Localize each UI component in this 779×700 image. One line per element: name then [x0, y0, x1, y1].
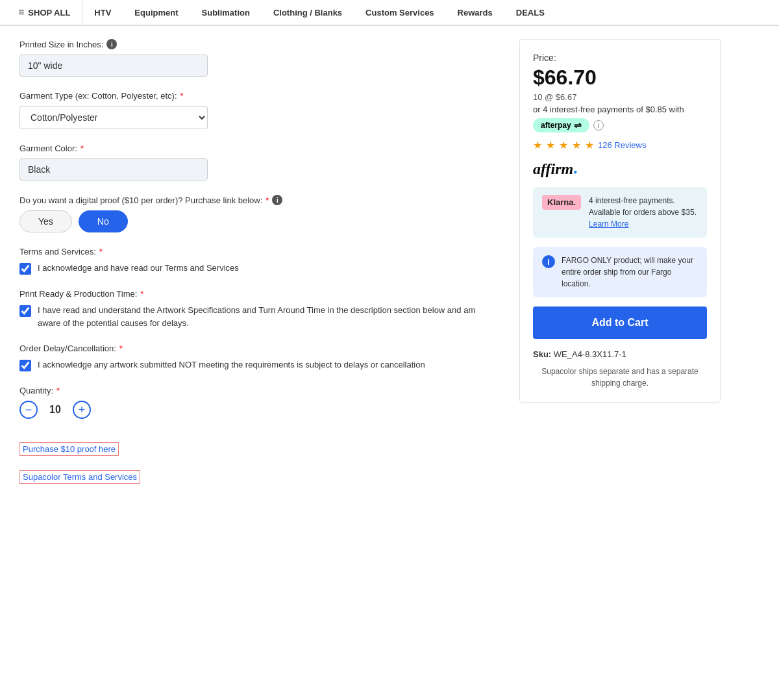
- nav-label-deals: DEALS: [516, 8, 545, 18]
- form-section: Printed Size in Inches: i Garment Type (…: [19, 39, 500, 484]
- garment-type-select[interactable]: Cotton/Polyester Cotton Polyester Tri-Bl…: [19, 106, 208, 129]
- proof-link-container: Purchase $10 proof here: [19, 433, 500, 456]
- terms-link-container: Supacolor Terms and Services: [19, 461, 500, 484]
- terms-field: Terms and Services: * I acknowledge and …: [19, 247, 500, 275]
- printed-size-input[interactable]: [19, 55, 208, 77]
- terms-checkbox-text: I acknowledge and have read our Terms an…: [38, 262, 239, 275]
- stars-row: ★ ★ ★ ★ ★ 126 Reviews: [533, 139, 707, 151]
- add-to-cart-button[interactable]: Add to Cart: [533, 306, 707, 339]
- yes-no-toggle: Yes No: [19, 210, 500, 232]
- nav-item-equipment[interactable]: Equipment: [123, 0, 190, 25]
- nav-label-htv: HTV: [94, 8, 111, 18]
- afterpay-label: afterpay: [541, 121, 571, 130]
- afterpay-arrows-icon: ⇌: [574, 120, 582, 131]
- terms-checkbox[interactable]: [19, 263, 31, 275]
- afterpay-row: or 4 interest-free payments of $0.85 wit…: [533, 105, 707, 132]
- nav-item-clothing-blanks[interactable]: Clothing / Blanks: [262, 0, 354, 25]
- klarna-box: Klarna. 4 interest-free payments. Availa…: [533, 187, 707, 238]
- printed-size-info-icon[interactable]: i: [106, 39, 117, 49]
- nav-label-equipment: Equipment: [134, 8, 178, 18]
- garment-color-label: Garment Color: *: [19, 144, 500, 153]
- nav-item-rewards[interactable]: Rewards: [446, 0, 504, 25]
- quantity-control: − 10 +: [19, 401, 500, 419]
- star-3: ★: [559, 139, 568, 151]
- production-checkbox-row: I have read and understand the Artwork S…: [19, 304, 500, 329]
- delay-checkbox[interactable]: [19, 360, 31, 371]
- garment-type-field: Garment Type (ex: Cotton, Polyester, etc…: [19, 91, 500, 129]
- garment-type-label: Garment Type (ex: Cotton, Polyester, etc…: [19, 91, 500, 101]
- proof-link[interactable]: Purchase $10 proof here: [19, 442, 119, 456]
- nav-item-sublimation[interactable]: Sublimation: [190, 0, 262, 25]
- nav-label-rewards: Rewards: [458, 8, 493, 18]
- nav-item-htv[interactable]: HTV: [82, 0, 123, 25]
- quantity-value: 10: [45, 404, 65, 416]
- affirm-dot: ●: [573, 168, 577, 175]
- star-5: ★: [585, 139, 594, 151]
- page-content: Printed Size in Inches: i Garment Type (…: [0, 26, 779, 497]
- nav-label-clothing-blanks: Clothing / Blanks: [273, 8, 342, 18]
- no-button[interactable]: No: [79, 210, 128, 232]
- digital-proof-field: Do you want a digital proof ($10 per ord…: [19, 195, 500, 232]
- digital-proof-label: Do you want a digital proof ($10 per ord…: [19, 195, 500, 205]
- klarna-badge: Klarna.: [542, 195, 581, 210]
- affirm-logo: affirm●: [533, 160, 707, 178]
- garment-color-field: Garment Color: *: [19, 144, 500, 181]
- star-4: ★: [572, 139, 581, 151]
- delay-checkbox-text: I acknowledge any artwork submitted NOT …: [38, 358, 425, 371]
- sku-value: WE_A4-8.3X11.7-1: [554, 349, 626, 359]
- production-checkbox-text: I have read and understand the Artwork S…: [38, 304, 500, 329]
- quantity-field: Quantity: * − 10 +: [19, 386, 500, 419]
- delay-label: Order Delay/Cancellation: *: [19, 344, 500, 353]
- nav-item-custom-services[interactable]: Custom Services: [354, 0, 446, 25]
- price-label: Price:: [533, 53, 707, 63]
- fargo-info-icon: i: [542, 255, 555, 268]
- price-per: 10 @ $6.67: [533, 92, 707, 102]
- star-2: ★: [546, 139, 555, 151]
- nav-label-sublimation: Sublimation: [202, 8, 250, 18]
- sku-row: Sku: WE_A4-8.3X11.7-1: [533, 349, 707, 359]
- navigation: ≡ SHOP ALL HTV Equipment Sublimation Clo…: [0, 0, 779, 26]
- garment-color-input[interactable]: [19, 158, 208, 181]
- affirm-text: affirm: [533, 160, 573, 177]
- nav-label-shop-all: SHOP ALL: [28, 8, 70, 18]
- yes-button[interactable]: Yes: [19, 210, 72, 232]
- star-1: ★: [533, 139, 542, 151]
- digital-proof-info-icon[interactable]: i: [272, 195, 282, 205]
- afterpay-info-icon[interactable]: i: [593, 120, 604, 131]
- fargo-box: i FARGO ONLY product; will make your ent…: [533, 247, 707, 297]
- terms-checkbox-row: I acknowledge and have read our Terms an…: [19, 262, 500, 275]
- sku-label: Sku:: [533, 349, 551, 359]
- nav-item-shop-all[interactable]: ≡ SHOP ALL: [6, 0, 82, 25]
- klarna-learn-more-link[interactable]: Learn More: [589, 219, 628, 229]
- sidebar-card: Price: $66.70 10 @ $6.67 or 4 interest-f…: [519, 39, 721, 403]
- sku-note: Supacolor ships separate and has a separ…: [533, 366, 707, 389]
- production-checkbox[interactable]: [19, 305, 31, 317]
- sidebar: Price: $66.70 10 @ $6.67 or 4 interest-f…: [519, 39, 721, 484]
- printed-size-field: Printed Size in Inches: i: [19, 39, 500, 77]
- klarna-text: 4 interest-free payments. Available for …: [589, 195, 698, 230]
- printed-size-label: Printed Size in Inches: i: [19, 39, 500, 49]
- quantity-label: Quantity: *: [19, 386, 500, 395]
- afterpay-badge: afterpay ⇌: [533, 118, 589, 132]
- price-main: $66.70: [533, 66, 707, 90]
- terms-link[interactable]: Supacolor Terms and Services: [19, 470, 140, 484]
- nav-label-custom-services: Custom Services: [365, 8, 434, 18]
- fargo-text: FARGO ONLY product; will make your entir…: [562, 255, 698, 290]
- delay-field: Order Delay/Cancellation: * I acknowledg…: [19, 344, 500, 371]
- terms-label: Terms and Services: *: [19, 247, 500, 256]
- review-count[interactable]: 126 Reviews: [598, 140, 646, 150]
- production-field: Print Ready & Production Time: * I have …: [19, 289, 500, 329]
- hamburger-icon: ≡: [18, 6, 24, 18]
- quantity-decrease-button[interactable]: −: [19, 401, 38, 419]
- production-label: Print Ready & Production Time: *: [19, 289, 500, 299]
- nav-item-deals[interactable]: DEALS: [504, 0, 556, 25]
- quantity-increase-button[interactable]: +: [73, 401, 91, 419]
- delay-checkbox-row: I acknowledge any artwork submitted NOT …: [19, 358, 500, 371]
